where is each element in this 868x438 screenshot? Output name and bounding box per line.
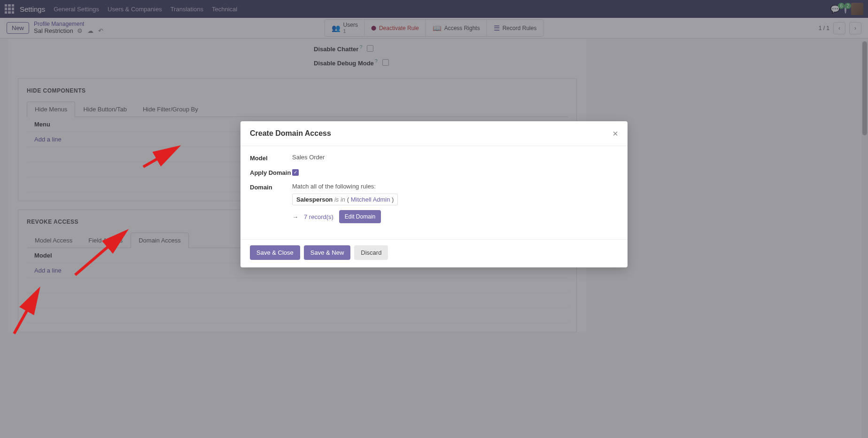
discard-button[interactable]: Discard: [354, 245, 388, 260]
domain-rule-chip[interactable]: Salesperson is in ( Mitchell Admin ): [292, 194, 398, 205]
save-new-button[interactable]: Save & New: [304, 245, 351, 260]
match-text: Match all of the following rules:: [292, 183, 618, 190]
arrow-right-icon: →: [292, 213, 298, 220]
domain-label: Domain: [250, 183, 292, 191]
dialog-title: Create Domain Access: [250, 129, 331, 138]
apply-domain-label: Apply Domain: [250, 168, 292, 176]
model-value[interactable]: Sales Order: [292, 154, 618, 161]
create-domain-access-dialog: Create Domain Access × Model Sales Order…: [240, 121, 628, 267]
edit-domain-button[interactable]: Edit Domain: [339, 210, 381, 223]
model-label: Model: [250, 154, 292, 162]
records-link[interactable]: 7 record(s): [304, 213, 333, 220]
close-icon[interactable]: ×: [612, 129, 618, 138]
save-close-button[interactable]: Save & Close: [250, 245, 300, 260]
apply-domain-checkbox[interactable]: ✓: [292, 169, 299, 176]
